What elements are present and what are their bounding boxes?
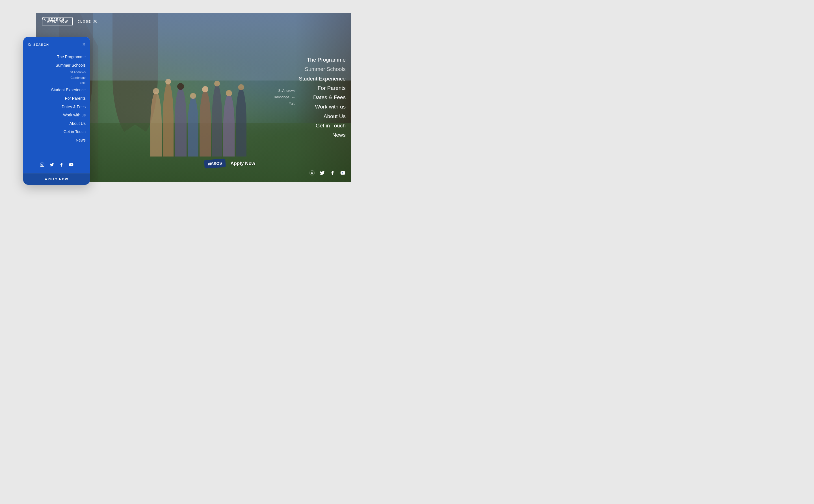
mobile-apply-now-button[interactable]: APPLY NOW	[23, 173, 90, 185]
svg-point-9	[41, 164, 43, 165]
mobile-nav-the-programme[interactable]: The Programme	[23, 53, 90, 61]
nav-item-student-experience[interactable]: Student Experience	[299, 74, 346, 83]
mobile-nav-work-with-us[interactable]: Work with us	[23, 111, 90, 120]
search-label-desktop: SEARCH	[48, 18, 64, 21]
mobile-social-icons	[23, 159, 90, 170]
mobile-instagram-icon[interactable]	[40, 162, 44, 168]
mobile-nav-yale[interactable]: Yale	[23, 81, 90, 86]
mobile-youtube-icon[interactable]	[69, 162, 74, 168]
instagram-icon-desktop[interactable]	[309, 170, 314, 177]
svg-point-0	[42, 18, 45, 20]
facebook-icon-desktop[interactable]	[330, 170, 335, 177]
twitter-icon-desktop[interactable]	[320, 170, 325, 177]
sub-item-yale[interactable]: Yale	[272, 101, 295, 107]
svg-line-7	[30, 45, 31, 46]
sub-item-st-andrews[interactable]: St Andrews	[272, 88, 295, 94]
nav-item-work-with-us[interactable]: Work with us	[315, 102, 346, 112]
mobile-nav-get-in-touch[interactable]: Get in Touch	[23, 128, 90, 136]
mobile-nav-st-andrews[interactable]: St Andrews	[23, 69, 90, 75]
close-button-desktop[interactable]: CLOSE ✕	[77, 18, 98, 25]
close-label-desktop: CLOSE	[77, 20, 91, 23]
mobile-nav-summer-schools[interactable]: Summer Schools	[23, 61, 90, 70]
nav-item-about-us[interactable]: About Us	[323, 112, 346, 121]
mobile-close-button[interactable]: ×	[82, 41, 86, 48]
mobile-nav-about-us[interactable]: About Us	[23, 120, 90, 128]
mobile-facebook-icon[interactable]	[59, 162, 64, 168]
mobile-search-bar: SEARCH ×	[23, 41, 90, 52]
mobile-search-label: SEARCH	[33, 43, 49, 46]
sub-item-cambridge[interactable]: Cambridge	[272, 94, 289, 101]
search-icon-desktop	[42, 17, 46, 22]
nav-item-get-in-touch[interactable]: Get in Touch	[316, 121, 346, 130]
mobile-nav-for-parents[interactable]: For Parents	[23, 94, 90, 103]
mobile-nav-student-experience[interactable]: Student Experience	[23, 86, 90, 94]
search-bar-desktop[interactable]: SEARCH	[42, 17, 64, 22]
nav-item-summer-schools[interactable]: Summer Schools	[305, 65, 346, 74]
svg-point-10	[43, 164, 43, 164]
mobile-mockup: SEARCH × The Programme Summer Schools St…	[23, 37, 90, 185]
svg-point-3	[311, 172, 313, 174]
mobile-nav-content: SEARCH × The Programme Summer Schools St…	[23, 37, 90, 173]
mobile-nav-items: The Programme Summer Schools St Andrews …	[23, 52, 90, 159]
svg-point-4	[313, 171, 313, 172]
svg-rect-2	[310, 171, 314, 175]
nav-item-the-programme[interactable]: The Programme	[307, 55, 346, 64]
nav-item-for-parents[interactable]: For Parents	[318, 83, 346, 93]
mobile-nav-cambridge[interactable]: Cambridge	[23, 75, 90, 81]
youtube-icon-desktop[interactable]	[340, 170, 346, 177]
svg-point-6	[28, 44, 30, 45]
mobile-nav-dates-fees[interactable]: Dates & Fees	[23, 103, 90, 111]
svg-rect-8	[40, 163, 44, 166]
hashtag-badge: #ISSOS	[204, 158, 226, 168]
arrow-left-icon: ←	[291, 95, 295, 100]
mobile-nav-news[interactable]: News	[23, 136, 90, 145]
nav-item-dates-fees[interactable]: Dates & Fees	[313, 93, 346, 102]
svg-line-1	[45, 20, 45, 21]
apply-now-overlay[interactable]: Apply Now	[230, 161, 255, 166]
nav-item-news[interactable]: News	[332, 130, 346, 140]
mobile-search-left[interactable]: SEARCH	[28, 43, 49, 46]
close-x-icon-desktop: ✕	[93, 18, 98, 25]
mobile-twitter-icon[interactable]	[49, 162, 54, 168]
